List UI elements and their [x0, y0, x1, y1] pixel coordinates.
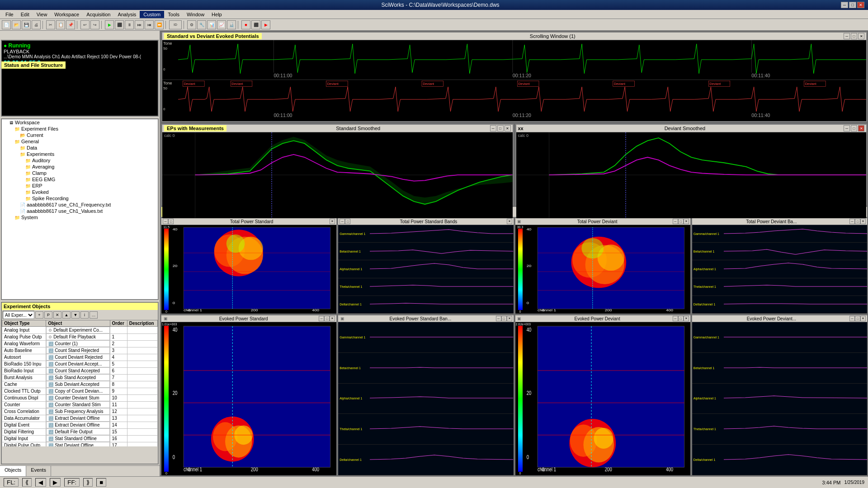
tab-objects[interactable]: Objects [0, 466, 26, 476]
table-row[interactable]: Digital Input 🔢 Stat Standard Offline 16 [2, 435, 158, 442]
table-row[interactable]: Clocked TTL Outp 🔢 Copy of Count Devian.… [2, 388, 158, 394]
exp-down-btn[interactable]: ▼ [71, 311, 80, 319]
sw-close[interactable]: ✕ [858, 33, 864, 39]
tpsb-minimize[interactable]: ─ [340, 219, 345, 224]
table-row[interactable]: Counter 🔢 Counter Standard Stim 11 [2, 401, 158, 408]
statusbar-b5[interactable]: ■ [96, 478, 106, 487]
table-row[interactable]: BioRadio 150 Inpu 🔢 Count Deviant Accept… [2, 361, 158, 367]
tree-current[interactable]: 📂 Current [2, 132, 158, 138]
minimize-button[interactable]: ─ [841, 2, 848, 8]
menu-help[interactable]: Help [208, 11, 226, 18]
toolbar-paste[interactable]: 📌 [66, 20, 75, 29]
eps-restore[interactable]: □ [324, 316, 330, 321]
tpd-restore[interactable]: □ [678, 219, 684, 224]
toolbar-stop[interactable]: ■ [241, 20, 250, 29]
ep-max[interactable]: □ [497, 125, 504, 131]
statusbar-fl[interactable]: FL: [4, 478, 19, 487]
tpsb-close[interactable]: ✕ [507, 219, 512, 224]
ep-close[interactable]: ✕ [505, 125, 511, 131]
tree-evoked[interactable]: 📁 Evoked [2, 189, 158, 195]
table-row[interactable]: Continuous Displ 🔢 Counter Deviant Stum … [2, 394, 158, 401]
tree-eeg-emg[interactable]: 📁 EEG EMG [2, 176, 158, 183]
tps-restore[interactable]: □ [168, 219, 174, 224]
toolbar-id[interactable]: ID [169, 20, 182, 29]
epd-minimize[interactable]: ─ [673, 316, 678, 321]
table-row[interactable]: Cross Correlation 🔢 Sub Frequency Analys… [2, 408, 158, 415]
toolbar-b5[interactable]: ⏮ [145, 20, 154, 29]
tree-system[interactable]: 📁 System [2, 214, 158, 221]
statusbar-ff[interactable]: FF: [64, 478, 80, 487]
tree-general[interactable]: 📁 General [2, 138, 158, 145]
tree-experiment-files[interactable]: 📁 Experiment Files [2, 126, 158, 132]
epsb-close[interactable]: ✕ [507, 316, 512, 321]
table-row[interactable]: Analog Pulse Outp ⚙ Default File Playbac… [2, 333, 158, 340]
menu-analysis[interactable]: Analysis [114, 11, 140, 18]
menu-edit[interactable]: Edit [17, 11, 33, 18]
toolbar-open[interactable]: 📂 [12, 20, 21, 29]
toolbar-print[interactable]: 🖨 [32, 20, 41, 29]
exp-title-bar[interactable]: Experiment Objects [2, 303, 158, 310]
tree-data[interactable]: 📁 Data [2, 145, 158, 151]
toolbar-b2[interactable]: ⬛ [115, 20, 124, 29]
statusbar-b2[interactable]: ◀ [35, 478, 46, 487]
toolbar-c2[interactable]: 🔧 [197, 20, 206, 29]
ep-min[interactable]: ─ [490, 125, 496, 131]
toolbar-new[interactable]: 📄 [2, 20, 11, 29]
toolbar-redo[interactable]: ↪ [90, 20, 99, 29]
tree-auditory[interactable]: 📁 Auditory [2, 157, 158, 164]
menu-tools[interactable]: Tools [164, 11, 183, 18]
statusbar-b3[interactable]: ▶ [50, 478, 61, 487]
toolbar-b1[interactable]: ▶ [105, 20, 114, 29]
tpd-minimize[interactable]: ─ [673, 219, 678, 224]
toolbar-b4[interactable]: ⏭ [135, 20, 144, 29]
menu-acquisition[interactable]: Acquisition [83, 11, 114, 18]
ep-dev-close[interactable]: ✕ [858, 125, 864, 131]
exp-info-btn[interactable]: i [80, 311, 89, 319]
maximize-button[interactable]: □ [849, 2, 856, 8]
sw-restore[interactable]: □ [851, 33, 857, 39]
toolbar-c1[interactable]: ⚙ [187, 20, 196, 29]
tps-minimize[interactable]: ─ [163, 219, 168, 224]
toolbar-save[interactable]: 💾 [22, 20, 31, 29]
table-row[interactable]: Burst Analysis 🔢 Sub Stand Accepted 7 [2, 374, 158, 381]
table-row[interactable]: Data Accumulator 🔢 Extract Deviant Offli… [2, 415, 158, 422]
ep-dev-min[interactable]: ─ [844, 125, 850, 131]
toolbar-cut[interactable]: ✂ [46, 20, 55, 29]
menu-window[interactable]: Window [183, 11, 208, 18]
table-row[interactable]: Digital Pulse Outp 🔢 Stat Deviant Offlin… [2, 442, 158, 446]
tps-close[interactable]: ✕ [330, 219, 335, 224]
tpdb-close[interactable]: ✕ [860, 219, 866, 224]
tree-erp[interactable]: 📁 ERP [2, 183, 158, 189]
epdb-minimize[interactable]: ─ [849, 316, 855, 321]
toolbar-b3[interactable]: ⏸ [125, 20, 134, 29]
epsb-restore[interactable]: □ [501, 316, 507, 321]
file-tree-scroll[interactable]: 🖥 Workspace 📁 Experiment Files 📂 Current… [2, 119, 158, 299]
tree-file2[interactable]: 📄 aaabbbb8617 use_Ch1_Values.txt [2, 208, 158, 214]
toolbar-undo[interactable]: ↩ [80, 20, 90, 29]
table-row[interactable]: Auto Baseline 🔢 Count Stand Rejected 3 [2, 347, 158, 354]
eps-minimize[interactable]: ─ [319, 316, 324, 321]
table-row[interactable]: Digital Event 🔢 Extract Deviant Offline … [2, 422, 158, 428]
toolbar-stop2[interactable]: ⬛ [251, 20, 260, 29]
ep-dev-max[interactable]: □ [851, 125, 857, 131]
epd-restore[interactable]: □ [678, 316, 684, 321]
tpdb-restore[interactable]: □ [855, 219, 860, 224]
table-row[interactable]: Analog Input ⚙ Default Experiment Co... [2, 327, 158, 334]
exp-up-btn[interactable]: ▲ [62, 311, 71, 319]
epsb-minimize[interactable]: ─ [496, 316, 501, 321]
toolbar-b6[interactable]: ⏩ [155, 20, 164, 29]
tree-spike[interactable]: 📁 Spike Recording [2, 195, 158, 202]
exp-add-btn[interactable]: + [35, 311, 43, 319]
close-button[interactable]: ✕ [857, 2, 864, 8]
tree-clamp[interactable]: 📁 Clamp [2, 170, 158, 176]
exp-del-btn[interactable]: ✕ [53, 311, 61, 319]
exp-filter-dropdown[interactable]: All Exper... [3, 311, 34, 319]
exp-props-btn[interactable]: P [44, 311, 52, 319]
table-row[interactable]: Analog Waveform 🔢 Counter (1) 2 [2, 340, 158, 347]
epd-close[interactable]: ✕ [684, 316, 689, 321]
menu-file[interactable]: File [2, 11, 17, 18]
table-row[interactable]: BioRadio Input 🔢 Count Stand Accepted 6 [2, 367, 158, 374]
menu-custom[interactable]: Custom [140, 11, 164, 18]
tree-averaging[interactable]: 📁 Averaging [2, 164, 158, 170]
table-row[interactable]: Digital Filtering 🔢 Default File Output … [2, 428, 158, 435]
